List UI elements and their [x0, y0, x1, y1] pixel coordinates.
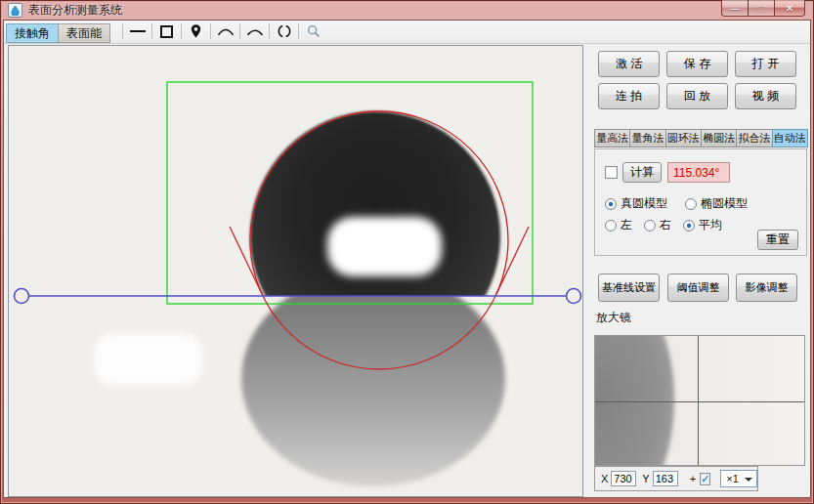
ellipse-model-label: 椭圆模型 [701, 195, 748, 212]
fit-circle [250, 111, 508, 369]
method-tab-height[interactable]: 量高法 [594, 129, 630, 147]
magnifier-droplet-edge [594, 335, 674, 466]
magnifier-title: 放大镜 [596, 310, 631, 326]
true-circle-model-label: 真圆模型 [621, 195, 667, 212]
window-titlebar[interactable]: 表面分析测量系统 — □ ✕ [0, 0, 814, 21]
zoom-tool-button[interactable] [301, 21, 325, 42]
minimize-button[interactable]: — [721, 0, 749, 17]
rotate-tool-button[interactable] [272, 21, 296, 42]
method-tab-ring[interactable]: 圆环法 [665, 129, 702, 147]
zoom-factor-dropdown[interactable]: ×1 [720, 470, 757, 487]
zoom-factor-value: ×1 [726, 473, 739, 484]
toolbar-separator [269, 23, 270, 39]
method-tab-bar: 量高法 量角法 圆环法 椭圆法 拟合法 自动法 [594, 129, 807, 147]
arc-icon [217, 25, 235, 37]
x-coordinate-label: X [601, 473, 608, 484]
left-side-label: 左 [621, 217, 632, 233]
x-coordinate-input[interactable] [611, 471, 636, 486]
average-radio[interactable] [683, 220, 695, 231]
image-adjust-button[interactable]: 影像调整 [736, 273, 797, 302]
method-tab-auto[interactable]: 自动法 [772, 129, 808, 147]
crosshair-plus-label: + [690, 473, 696, 484]
video-button[interactable]: 视 频 [735, 83, 796, 109]
right-side-label: 右 [660, 217, 671, 233]
control-panel: 激 活 保 存 打 开 连 拍 回 放 视 频 量高法 量角法 圆环法 椭圆法 … [590, 45, 807, 497]
burst-button[interactable]: 连 拍 [598, 83, 660, 109]
threshold-adjust-button[interactable]: 阈值调整 [667, 273, 729, 302]
toolbar-separator [181, 23, 182, 39]
app-icon [8, 3, 22, 18]
dropdown-arrow-icon [745, 478, 752, 482]
baseline-tool-button[interactable] [125, 21, 150, 42]
save-button[interactable]: 保 存 [666, 51, 728, 77]
playback-button[interactable]: 回 放 [666, 83, 728, 109]
magnifier-icon [306, 23, 321, 39]
average-label: 平均 [699, 217, 722, 233]
method-tab-ellipse[interactable]: 椭圆法 [701, 129, 737, 147]
method-tab-fitting[interactable]: 拟合法 [736, 129, 772, 147]
magnifier-view [594, 335, 805, 466]
rectangle-icon [160, 25, 173, 38]
toolbar-separator [298, 23, 299, 39]
true-circle-model-radio[interactable] [605, 198, 617, 210]
pin-icon [189, 23, 203, 39]
line-icon [130, 30, 146, 32]
measurement-group: 计算 115.034° 真圆模型 椭圆模型 左 右 平均 重置 [594, 148, 807, 256]
window-title: 表面分析测量系统 [28, 2, 122, 19]
toolbar-separator [151, 23, 152, 39]
toolbar: 接触角 表面能 [4, 21, 810, 44]
y-coordinate-input[interactable] [653, 471, 678, 486]
arc-right-tool-button[interactable] [242, 21, 267, 42]
calc-checkbox[interactable] [605, 166, 618, 179]
toolbar-separator [239, 23, 240, 39]
baseline-handle-left[interactable] [15, 289, 29, 304]
baseline-handle-right[interactable] [567, 289, 581, 304]
app-window: 表面分析测量系统 — □ ✕ 接触角 表面能 [0, 0, 814, 504]
rotate-icon [278, 23, 291, 39]
close-button[interactable]: ✕ [775, 0, 805, 17]
right-side-radio[interactable] [644, 220, 656, 231]
toolbar-separator [122, 23, 123, 39]
tab-surface-energy[interactable]: 表面能 [59, 23, 110, 43]
tangent-line-left [230, 227, 263, 296]
image-canvas[interactable] [8, 45, 583, 497]
toolbar-separator [210, 23, 211, 39]
arc-icon [246, 25, 264, 37]
rectangle-tool-button[interactable] [154, 21, 179, 42]
client-area: 接触角 表面能 [4, 21, 810, 497]
method-tab-angle[interactable]: 量角法 [629, 129, 665, 147]
calculate-button[interactable]: 计算 [622, 162, 662, 183]
reset-button[interactable]: 重置 [757, 230, 798, 250]
magnifier-crosshair-horizontal [595, 401, 805, 402]
angle-value-field: 115.034° [667, 162, 730, 183]
arc-left-tool-button[interactable] [213, 21, 237, 42]
magnifier-controls: X Y + ✓ ×1 [594, 466, 758, 491]
crosshair-checkbox[interactable]: ✓ [700, 473, 710, 485]
left-side-radio[interactable] [605, 220, 617, 231]
measurement-overlay [9, 46, 582, 496]
activate-button[interactable]: 激 活 [598, 51, 660, 77]
tab-contact-angle[interactable]: 接触角 [6, 23, 59, 43]
ellipse-model-radio[interactable] [685, 198, 697, 210]
open-button[interactable]: 打 开 [735, 51, 796, 77]
pin-tool-button[interactable] [184, 21, 208, 42]
tangent-line-right [495, 227, 529, 296]
maximize-button[interactable]: □ [749, 0, 775, 17]
baseline-settings-button[interactable]: 基准线设置 [598, 273, 660, 302]
y-coordinate-label: Y [642, 473, 649, 484]
